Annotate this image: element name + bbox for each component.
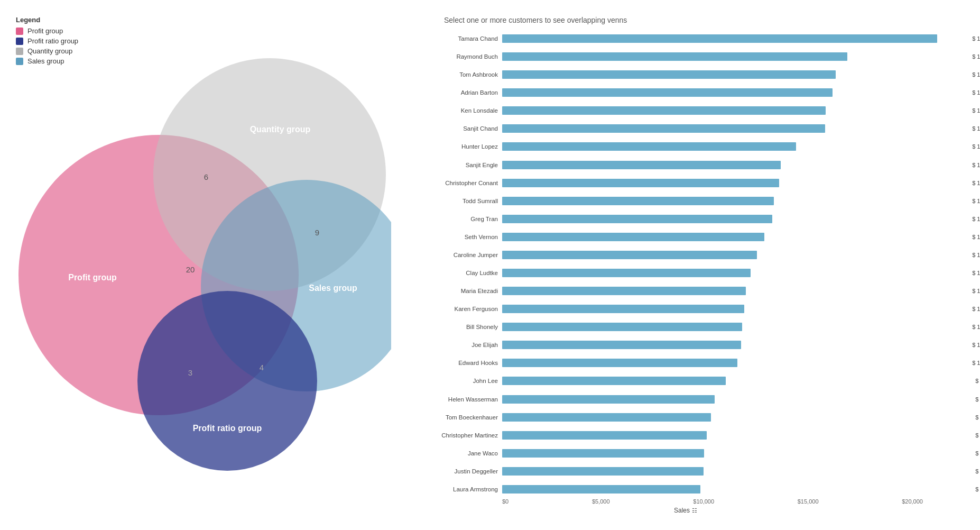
bar-track: $ 11,165 xyxy=(502,251,959,259)
bar-value: $ 12,129 xyxy=(972,179,980,187)
bar-label: Helen Wasserman xyxy=(412,396,502,403)
profit-group-label: Profit group xyxy=(68,273,117,282)
bar-fill xyxy=(502,34,937,43)
table-row[interactable]: Christopher Martinez $ 8,954 xyxy=(412,430,959,441)
bar-label: Clay Ludtke xyxy=(412,270,502,276)
table-row[interactable]: Greg Tran $ 11,820 xyxy=(412,213,959,225)
x-axis-label: $10,000 xyxy=(693,498,714,505)
bar-label: Maria Etezadi xyxy=(412,288,502,294)
bar-track: $ 9,134 xyxy=(502,413,959,422)
bar-track: $ 19,052 xyxy=(502,34,959,43)
bar-fill xyxy=(502,269,751,277)
table-row[interactable]: Adrian Barton $ 14,474 xyxy=(412,87,959,98)
bar-value: $ 10,311 xyxy=(972,359,980,367)
x-axis: $0$5,000$10,000$15,000$20,000 xyxy=(412,498,959,505)
bar-chart-area: Tamara Chand $ 19,052 Raymond Buch $ 15,… xyxy=(412,33,959,514)
bar-track: $ 14,596 xyxy=(502,70,959,79)
bar-fill xyxy=(502,377,726,385)
table-row[interactable]: Tamara Chand $ 19,052 xyxy=(412,33,959,44)
bar-track: $ 11,471 xyxy=(502,233,959,241)
table-row[interactable]: Christopher Conant $ 12,129 xyxy=(412,177,959,189)
bar-label: Hunter Lopez xyxy=(412,143,502,150)
chart-title: Select one or more customers to see over… xyxy=(444,16,959,24)
table-row[interactable]: Justin Deggeller $ 8,828 xyxy=(412,465,959,477)
table-row[interactable]: Jane Waco $ 8,846 xyxy=(412,447,959,459)
table-row[interactable]: Bill Shonely $ 10,502 xyxy=(412,321,959,333)
venn-number-9: 9 xyxy=(315,228,319,237)
table-row[interactable]: Hunter Lopez $ 12,873 xyxy=(412,141,959,152)
bar-label: Christopher Conant xyxy=(412,180,502,186)
bar-track: $ 9,300 xyxy=(502,395,959,404)
right-panel: Select one or more customers to see over… xyxy=(402,0,980,530)
bar-fill xyxy=(502,467,704,476)
bar-value: $ 9,134 xyxy=(975,413,980,422)
bar-track: $ 14,142 xyxy=(502,124,959,133)
table-row[interactable]: Helen Wasserman $ 9,300 xyxy=(412,394,959,405)
left-panel: Legend Profit group Profit ratio group Q… xyxy=(0,0,402,530)
bar-value: $ 10,502 xyxy=(972,323,980,331)
bar-track: $ 8,673 xyxy=(502,485,959,494)
venn-number-3: 3 xyxy=(188,368,192,377)
bar-label: Karen Ferguson xyxy=(412,306,502,312)
profit-ratio-group-circle[interactable] xyxy=(137,291,317,471)
bar-track: $ 12,209 xyxy=(502,161,959,169)
bar-value: $ 11,165 xyxy=(972,251,980,259)
filter-icon[interactable]: ☷ xyxy=(692,507,697,514)
bar-track: $ 9,800 xyxy=(502,377,959,385)
bar-value: $ 9,800 xyxy=(975,377,980,385)
bar-label: Adrian Barton xyxy=(412,89,502,96)
bar-track: $ 8,828 xyxy=(502,467,959,476)
table-row[interactable]: Sanjit Engle $ 12,209 xyxy=(412,159,959,171)
table-row[interactable]: Ken Lonsdale $ 14,175 xyxy=(412,105,959,116)
table-row[interactable]: Tom Boeckenhauer $ 9,134 xyxy=(412,412,959,423)
bar-label: Todd Sumrall xyxy=(412,198,502,204)
bar-fill xyxy=(502,161,781,169)
table-row[interactable]: Karen Ferguson $ 10,604 xyxy=(412,303,959,315)
sales-label: Sales xyxy=(674,507,690,514)
table-row[interactable]: Sanjit Chand $ 14,142 xyxy=(412,123,959,134)
bar-value: $ 8,828 xyxy=(975,467,980,476)
bar-track: $ 10,881 xyxy=(502,269,959,277)
bar-label: Seth Vernon xyxy=(412,234,502,240)
bar-value: $ 12,209 xyxy=(972,161,980,169)
venn-diagram[interactable]: Profit group Quantity group Sales group … xyxy=(11,32,391,487)
bar-value: $ 11,892 xyxy=(972,197,980,205)
table-row[interactable]: Seth Vernon $ 11,471 xyxy=(412,231,959,243)
bar-fill xyxy=(502,431,707,440)
bar-track: $ 14,474 xyxy=(502,88,959,97)
table-row[interactable]: Raymond Buch $ 15,117 xyxy=(412,51,959,62)
bar-fill xyxy=(502,215,772,223)
bar-fill xyxy=(502,179,779,187)
bar-track: $ 10,604 xyxy=(502,305,959,313)
bar-fill xyxy=(502,142,796,151)
bar-value: $ 10,604 xyxy=(972,305,980,313)
bar-label: Joe Elijah xyxy=(412,342,502,348)
bar-value: $ 10,881 xyxy=(972,269,980,277)
bar-fill xyxy=(502,359,737,367)
bar-value: $ 14,175 xyxy=(972,106,980,115)
table-row[interactable]: John Lee $ 9,800 xyxy=(412,375,959,387)
bar-track: $ 15,117 xyxy=(502,52,959,61)
quantity-group-label: Quantity group xyxy=(250,125,311,134)
table-row[interactable]: Joe Elijah $ 10,461 xyxy=(412,339,959,351)
bar-value: $ 8,846 xyxy=(975,449,980,458)
bar-value: $ 15,117 xyxy=(972,52,980,61)
table-row[interactable]: Laura Armstrong $ 8,673 xyxy=(412,483,959,495)
table-row[interactable]: Maria Etezadi $ 10,664 xyxy=(412,285,959,297)
table-row[interactable]: Todd Sumrall $ 11,892 xyxy=(412,195,959,207)
venn-number-6: 6 xyxy=(204,172,208,181)
table-row[interactable]: Clay Ludtke $ 10,881 xyxy=(412,267,959,279)
bar-label: Justin Deggeller xyxy=(412,468,502,474)
bar-fill xyxy=(502,287,746,295)
bar-rows: Tamara Chand $ 19,052 Raymond Buch $ 15,… xyxy=(412,33,959,495)
table-row[interactable]: Edward Hooks $ 10,311 xyxy=(412,357,959,369)
bar-label: Laura Armstrong xyxy=(412,486,502,492)
bar-fill xyxy=(502,124,825,133)
bar-value: $ 10,664 xyxy=(972,287,980,295)
bar-fill xyxy=(502,341,741,349)
table-row[interactable]: Tom Ashbrook $ 14,596 xyxy=(412,69,959,80)
bar-value: $ 9,300 xyxy=(975,395,980,404)
bar-fill xyxy=(502,88,833,97)
bar-label: Caroline Jumper xyxy=(412,252,502,258)
table-row[interactable]: Caroline Jumper $ 11,165 xyxy=(412,249,959,261)
